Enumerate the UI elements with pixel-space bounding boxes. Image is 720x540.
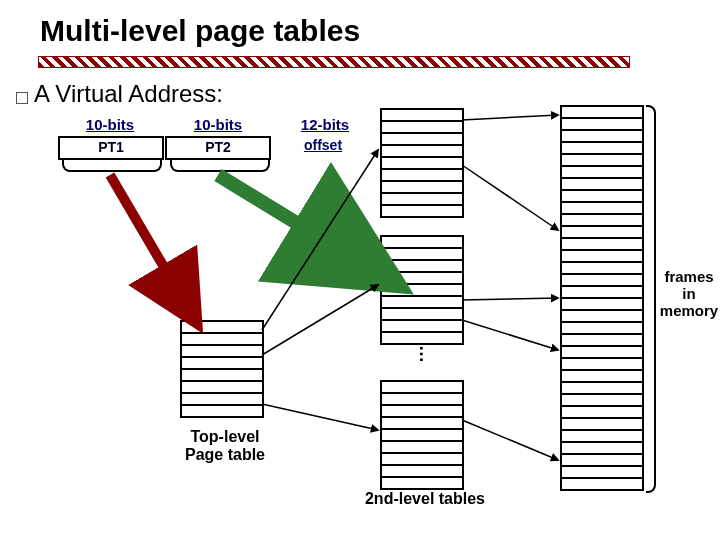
arrow-pt1-to-toplevel <box>110 175 195 320</box>
brace-frames <box>646 105 656 493</box>
arrow-pt2-to-secondlevel <box>218 175 390 280</box>
second-level-table-2 <box>380 235 464 345</box>
arrow-toplevel-2nd-c <box>262 404 378 430</box>
ellipsis-icon: … <box>415 345 436 359</box>
va-bits-pt1: 10-bits <box>70 116 150 133</box>
va-bits-pt2: 10-bits <box>178 116 258 133</box>
title-underline <box>38 56 630 68</box>
memory-frames <box>560 105 644 491</box>
va-field-pt1-label: PT1 <box>60 138 162 156</box>
arrow-2nd-frame-a <box>462 115 558 120</box>
va-bits-offset: 12-bits <box>285 116 365 133</box>
arrow-2nd-frame-c <box>462 298 558 300</box>
second-level-table-1 <box>380 108 464 218</box>
slide-title: Multi-level page tables <box>40 14 360 48</box>
va-field-pt1: PT1 <box>58 136 164 160</box>
top-level-label: Top-level Page table <box>170 428 280 464</box>
arrow-2nd-frame-d <box>462 320 558 350</box>
subhead: A Virtual Address: <box>34 80 223 108</box>
arrow-2nd-frame-b <box>462 165 558 230</box>
brace-pt2 <box>170 160 270 172</box>
brace-pt1 <box>62 160 162 172</box>
top-level-table <box>180 320 264 418</box>
arrow-toplevel-2nd-a <box>262 150 378 330</box>
va-field-offset-label: offset <box>272 136 374 154</box>
va-field-offset: offset <box>272 136 374 156</box>
arrow-2nd-frame-e <box>462 420 558 460</box>
bullet-icon <box>16 92 28 104</box>
second-level-label: 2nd-level tables <box>340 490 510 508</box>
arrow-toplevel-2nd-b <box>262 285 378 355</box>
second-level-table-3 <box>380 380 464 490</box>
va-field-pt2: PT2 <box>165 136 271 160</box>
va-field-pt2-label: PT2 <box>167 138 269 156</box>
frames-label: frames in memory <box>658 268 720 319</box>
